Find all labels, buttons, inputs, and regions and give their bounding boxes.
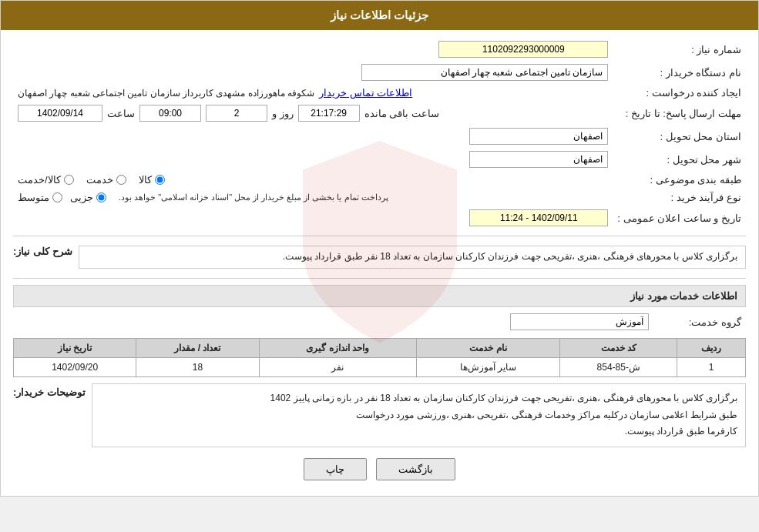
category-radio-kala-khadamat[interactable] (64, 175, 74, 185)
process-notice: پرداخت تمام یا بخشی از مبلغ خریدار از مح… (119, 192, 388, 202)
delivery-province-input[interactable] (469, 128, 608, 145)
category-radio-group: کالا/خدمت خدمت کالا (18, 174, 608, 186)
buyer-org-input[interactable] (361, 64, 608, 81)
category-radio-kala[interactable] (155, 175, 165, 185)
button-row: بازگشت چاپ (13, 458, 746, 480)
cell-date: 1402/09/20 (14, 358, 136, 377)
process-type-label: نوع فرآیند خرید : (613, 189, 746, 206)
buyer-description-label: توضیحات خریدار: (13, 383, 86, 398)
divider-2 (13, 278, 746, 279)
process-option-motavaset[interactable]: متوسط (18, 192, 62, 203)
announce-input[interactable] (469, 209, 608, 226)
requester-label: ایجاد کننده درخواست : (613, 84, 746, 102)
reply-remaining-label: ساعت باقی مانده (364, 108, 439, 119)
process-option-jozii[interactable]: جزیی (70, 192, 106, 203)
cell-name: سایر آموزش‌ها (416, 358, 560, 377)
delivery-city-label: شهر محل تحویل : (613, 148, 746, 171)
reply-remaining-input[interactable] (298, 105, 360, 122)
need-description-box: برگزاری کلاس با محورهای فرهنگی ،هنری ،تف… (79, 246, 746, 269)
process-radio-motavaset[interactable] (52, 192, 62, 202)
col-header-date: تاریخ نیاز (14, 339, 136, 358)
cell-row: 1 (677, 358, 746, 377)
category-label-khadamat: خدمت (86, 174, 113, 186)
divider-1 (13, 236, 746, 236)
process-label-jozii: جزیی (70, 192, 93, 203)
announce-label: تاریخ و ساعت اعلان عمومی : (613, 206, 746, 229)
process-label-motavaset: متوسط (18, 192, 49, 203)
cell-qty: 18 (136, 358, 259, 377)
col-header-row: ردیف (677, 339, 746, 358)
need-number-input[interactable] (438, 41, 608, 58)
process-radio-jozii[interactable] (96, 192, 106, 202)
process-radio-group: متوسط جزیی (18, 192, 106, 203)
service-group-input[interactable] (510, 313, 649, 330)
contact-link[interactable]: اطلاعات تماس خریدار (319, 87, 412, 99)
reply-deadline-label: مهلت ارسال پاسخ: تا تاریخ : (613, 102, 746, 125)
delivery-province-label: استان محل تحویل : (613, 125, 746, 148)
services-section-title: اطلاعات خدمات مورد نیاز (13, 285, 746, 307)
need-number-value (13, 38, 613, 61)
reply-days-input[interactable] (206, 105, 267, 122)
reply-time-input[interactable] (139, 105, 201, 122)
reply-time-label: ساعت (107, 108, 135, 119)
col-header-code: کد خدمت (560, 339, 677, 358)
requester-value: شکوفه ماهورزاده مشهدی کاربرداز سازمان تا… (18, 88, 314, 99)
print-button[interactable]: چاپ (304, 458, 367, 480)
cell-unit: نفر (259, 358, 416, 377)
category-option-kala[interactable]: کالا (139, 174, 165, 186)
need-number-label: شماره نیاز : (613, 38, 746, 61)
reply-days-unit: روز و (272, 108, 294, 119)
delivery-city-input[interactable] (469, 151, 608, 168)
cell-code: ش-85-854 (560, 358, 677, 377)
category-option-kala-khadamat[interactable]: کالا/خدمت (18, 174, 74, 186)
buyer-org-label: نام دستگاه خریدار : (613, 61, 746, 84)
page-header: جزئیات اطلاعات نیاز (1, 1, 758, 30)
col-header-qty: تعداد / مقدار (136, 339, 259, 358)
buyer-description-box: برگزاری کلاس با محورهای فرهنگی ،هنری ،تف… (92, 383, 746, 447)
services-table: ردیف کد خدمت نام خدمت واحد اندازه گیری ت… (13, 338, 746, 377)
service-group-label: گروه خدمت: (653, 310, 746, 333)
category-label-kala-khadamat: کالا/خدمت (18, 174, 61, 186)
table-row: 1 ش-85-854 سایر آموزش‌ها نفر 18 1402/09/… (14, 358, 746, 377)
need-description-label: شرح کلی نیاز: (13, 243, 72, 257)
category-label-kala: کالا (139, 174, 152, 186)
category-radio-khadamat[interactable] (116, 175, 126, 185)
reply-date-input[interactable] (18, 105, 102, 122)
service-group-table: گروه خدمت: (13, 310, 746, 333)
back-button[interactable]: بازگشت (376, 458, 455, 480)
category-label: طبقه بندی موضوعی : (613, 171, 746, 189)
col-header-unit: واحد اندازه گیری (259, 339, 416, 358)
col-header-name: نام خدمت (416, 339, 560, 358)
category-option-khadamat[interactable]: خدمت (86, 174, 126, 186)
buyer-org-value (13, 61, 613, 84)
info-table: شماره نیاز : نام دستگاه خریدار : ایجاد ک… (13, 38, 746, 229)
